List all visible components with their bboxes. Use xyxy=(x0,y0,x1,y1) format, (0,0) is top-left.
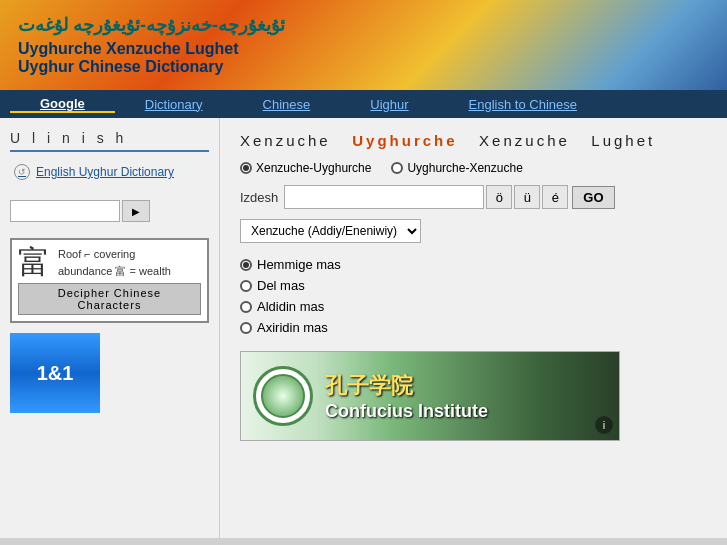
nav-item-chinese[interactable]: Chinese xyxy=(233,97,341,112)
radio-uyghurche-xenzuche[interactable]: Uyghurche-Xenzuche xyxy=(391,161,522,175)
sidebar-dict-label: English Uyghur Dictionary xyxy=(36,165,174,179)
special-char-o-btn[interactable]: ö xyxy=(486,185,512,209)
header-title1: Uyghurche Xenzuche Lughet xyxy=(18,40,285,58)
nav-item-uighur[interactable]: Uighur xyxy=(340,97,438,112)
header-text: ئۇيغۇرچە-خەنزۇچە-ئۇيغۇرچە لۇغەت Uyghurch… xyxy=(18,14,285,76)
filter-label-aldidin: Aldidin mas xyxy=(257,299,324,314)
izdesh-label: Izdesh xyxy=(240,190,278,205)
title-xenzuche2: Xenzuche xyxy=(479,132,570,149)
filter-axiridin[interactable]: Axiridin mas xyxy=(240,320,707,335)
confucius-chinese-text: 孔子学院 xyxy=(325,371,488,401)
nav-item-google[interactable]: Google xyxy=(10,96,115,113)
go-button[interactable]: GO xyxy=(572,186,614,209)
sidebar: U l i n i s h ↺ English Uyghur Dictionar… xyxy=(0,118,220,538)
confucius-logo-inner xyxy=(261,374,305,418)
chinese-character: 富 xyxy=(18,246,50,278)
chinese-char-box: 富 Roof ⌐ covering abundance 富 = wealth D… xyxy=(10,238,209,323)
filter-radio-del xyxy=(240,280,252,292)
radio-circle-uyghurche xyxy=(391,162,403,174)
filter-radio-hemmige xyxy=(240,259,252,271)
confucius-banner[interactable]: 孔子学院 Confucius Institute i xyxy=(240,351,620,441)
nav-item-english-to-chinese[interactable]: English to Chinese xyxy=(439,97,607,112)
filter-del[interactable]: Del mas xyxy=(240,278,707,293)
filter-label-hemmige: Hemmige mas xyxy=(257,257,341,272)
main: U l i n i s h ↺ English Uyghur Dictionar… xyxy=(0,118,727,538)
title-lughet: Lughet xyxy=(591,132,655,149)
info-icon[interactable]: i xyxy=(595,416,613,434)
filter-radio-axiridin xyxy=(240,322,252,334)
radio-circle-xenzuche xyxy=(240,162,252,174)
filter-label-axiridin: Axiridin mas xyxy=(257,320,328,335)
filter-hemmige[interactable]: Hemmige mas xyxy=(240,257,707,272)
filter-label-del: Del mas xyxy=(257,278,305,293)
confucius-english-text: Confucius Institute xyxy=(325,401,488,422)
ad-box[interactable]: 1&1 xyxy=(10,333,100,413)
chinese-char-inner: 富 Roof ⌐ covering abundance 富 = wealth xyxy=(18,246,201,279)
nav-item-dictionary[interactable]: Dictionary xyxy=(115,97,233,112)
navbar: Google Dictionary Chinese Uighur English… xyxy=(0,90,727,118)
search-row: Izdesh ö ü é GO xyxy=(240,185,707,209)
filter-aldidin[interactable]: Aldidin mas xyxy=(240,299,707,314)
sidebar-search-row: ▶ xyxy=(10,200,209,222)
title-uyghurche: Uyghurche xyxy=(352,132,457,149)
category-select[interactable]: Xenzuche (Addiy/Eneniwiy) xyxy=(240,219,421,243)
header: ئۇيغۇرچە-خەنزۇچە-ئۇيغۇرچە لۇغەت Uyghurch… xyxy=(0,0,727,90)
radio-label-uyghurche: Uyghurche-Xenzuche xyxy=(407,161,522,175)
chinese-char-description: Roof ⌐ covering abundance 富 = wealth xyxy=(58,246,171,279)
filter-radio-aldidin xyxy=(240,301,252,313)
header-title2: Uyghur Chinese Dictionary xyxy=(18,58,285,76)
sidebar-search-button[interactable]: ▶ xyxy=(122,200,150,222)
special-char-e-btn[interactable]: é xyxy=(542,185,568,209)
content-title: Xenzuche Uyghurche Xenzuche Lughet xyxy=(240,132,707,149)
content-area: Xenzuche Uyghurche Xenzuche Lughet Xenzu… xyxy=(220,118,727,538)
title-xenzuche1: Xenzuche xyxy=(240,132,331,149)
sidebar-title: U l i n i s h xyxy=(10,130,209,152)
ad-text: 1&1 xyxy=(37,362,74,385)
search-arrow-icon: ▶ xyxy=(132,206,140,217)
confucius-text: 孔子学院 Confucius Institute xyxy=(325,371,488,422)
direction-radio-group: Xenzuche-Uyghurche Uyghurche-Xenzuche xyxy=(240,161,707,175)
dropdown-row: Xenzuche (Addiy/Eneniwiy) xyxy=(240,219,707,243)
radio-label-xenzuche: Xenzuche-Uyghurche xyxy=(256,161,371,175)
refresh-icon: ↺ xyxy=(14,164,30,180)
sidebar-dict-link[interactable]: ↺ English Uyghur Dictionary xyxy=(10,164,209,180)
radio-xenzuche-uyghurche[interactable]: Xenzuche-Uyghurche xyxy=(240,161,371,175)
char-desc-line1: Roof ⌐ covering xyxy=(58,246,171,263)
decipher-button[interactable]: Decipher Chinese Characters xyxy=(18,283,201,315)
sidebar-search-input[interactable] xyxy=(10,200,120,222)
confucius-logo xyxy=(253,366,313,426)
header-uyghur: ئۇيغۇرچە-خەنزۇچە-ئۇيغۇرچە لۇغەت xyxy=(18,14,285,36)
filter-radio-group: Hemmige mas Del mas Aldidin mas Axiridin… xyxy=(240,257,707,335)
main-search-input[interactable] xyxy=(284,185,484,209)
char-desc-line2: abundance 富 = wealth xyxy=(58,263,171,280)
special-char-u-btn[interactable]: ü xyxy=(514,185,540,209)
